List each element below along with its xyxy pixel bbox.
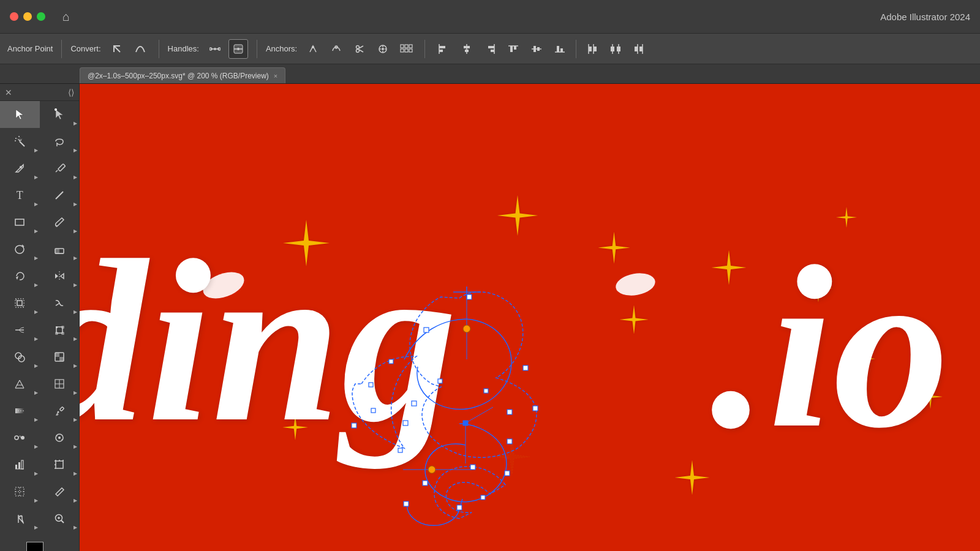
line-tool[interactable]: ▶ bbox=[40, 182, 80, 209]
width-tool[interactable]: ▶ bbox=[0, 317, 40, 343]
minimize-button[interactable] bbox=[23, 12, 32, 21]
zoom-tool[interactable]: ▶ bbox=[40, 505, 80, 532]
anchors-scissors-button[interactable] bbox=[350, 39, 369, 59]
panel-close-icon[interactable]: ✕ bbox=[5, 88, 12, 97]
anchors-wheel-button[interactable] bbox=[373, 39, 393, 59]
align-right-edge-button[interactable] bbox=[480, 39, 500, 59]
canvas-area[interactable]: ding .io bbox=[80, 84, 980, 551]
anchors-smooth-button[interactable] bbox=[326, 39, 346, 59]
select-tool[interactable] bbox=[0, 101, 40, 128]
warp-tool[interactable]: ▶ bbox=[40, 290, 80, 317]
handles-keep-button[interactable] bbox=[228, 39, 248, 59]
tool-arrow-eyedropper: ▶ bbox=[74, 417, 77, 422]
tool-row-9: ▶ ▶ bbox=[0, 317, 79, 343]
artboard-tool[interactable]: ▶ bbox=[40, 451, 80, 478]
svg-line-76 bbox=[20, 141, 24, 146]
distribute-center-button[interactable] bbox=[606, 39, 625, 59]
symbol-tool[interactable]: ▶ bbox=[40, 424, 80, 451]
svg-rect-48 bbox=[594, 47, 597, 51]
eraser-tool[interactable]: ▶ bbox=[40, 236, 80, 263]
svg-rect-21 bbox=[401, 45, 404, 48]
rectangle-tool[interactable]: ▶ bbox=[0, 209, 40, 236]
magic-wand-tool[interactable]: ▶ bbox=[0, 128, 40, 155]
shape-builder-tool[interactable]: ▶ bbox=[0, 343, 40, 370]
ruler-tool[interactable]: ▶ bbox=[40, 478, 80, 505]
blend-tool[interactable]: ▶ bbox=[0, 424, 40, 451]
align-bottom-edge-button[interactable] bbox=[550, 39, 570, 59]
convert-smooth-button[interactable] bbox=[130, 39, 150, 59]
svg-point-176 bbox=[463, 325, 470, 332]
options-toolbar: Anchor Point Convert: Handles: bbox=[0, 34, 980, 64]
svg-line-140 bbox=[59, 490, 60, 491]
direct-select-tool[interactable]: ▶ bbox=[40, 101, 80, 128]
scale-tool[interactable]: ▶ bbox=[0, 290, 40, 317]
perspective-grid-tool[interactable]: ▶ bbox=[0, 370, 40, 397]
handles-auto-button[interactable] bbox=[205, 39, 225, 59]
tool-arrow-brush: ▶ bbox=[74, 228, 77, 234]
panel-collapse-icon[interactable]: ⟨⟩ bbox=[68, 88, 74, 97]
text-ding: ding bbox=[80, 225, 458, 457]
stroke-swatch[interactable] bbox=[26, 542, 43, 551]
svg-point-119 bbox=[15, 436, 18, 440]
blob-brush-tool[interactable]: ▶ bbox=[0, 236, 40, 263]
svg-marker-74 bbox=[56, 110, 63, 119]
rectangle-tool-icon bbox=[13, 216, 26, 228]
line-tool-icon bbox=[53, 189, 66, 201]
tool-arrow-blend: ▶ bbox=[34, 444, 38, 449]
tool-arrow-symbol: ▶ bbox=[74, 444, 77, 449]
align-section bbox=[434, 39, 649, 59]
tool-row-8: ▶ ▶ bbox=[0, 290, 79, 317]
traffic-lights bbox=[10, 12, 45, 21]
free-transform-icon bbox=[53, 324, 66, 336]
free-transform-tool[interactable]: ▶ bbox=[40, 317, 80, 343]
maximize-button[interactable] bbox=[37, 12, 45, 21]
svg-point-123 bbox=[56, 435, 58, 437]
svg-rect-136 bbox=[15, 487, 24, 496]
slice-tool[interactable]: ▶ bbox=[0, 478, 40, 505]
reflect-tool[interactable]: ▶ bbox=[40, 263, 80, 290]
svg-marker-148 bbox=[598, 231, 630, 263]
mesh-tool[interactable]: ▶ bbox=[40, 370, 80, 397]
tab-close-button[interactable]: × bbox=[274, 72, 277, 80]
distribute-left-button[interactable] bbox=[582, 39, 602, 59]
column-graph-tool[interactable]: ▶ bbox=[0, 451, 40, 478]
pen-tool-icon bbox=[13, 162, 26, 174]
paintbrush-tool[interactable]: ▶ bbox=[40, 209, 80, 236]
gradient-tool[interactable]: ▶ bbox=[0, 397, 40, 424]
anchors-grid-button[interactable] bbox=[396, 39, 416, 59]
tool-arrow-width: ▶ bbox=[34, 336, 38, 342]
pencil-tool[interactable]: ▶ bbox=[40, 155, 80, 182]
symbol-icon bbox=[53, 432, 66, 444]
anchors-pen-button[interactable] bbox=[303, 39, 323, 59]
tool-row-6: ▶ ▶ bbox=[0, 236, 79, 263]
handles-section bbox=[205, 39, 248, 59]
align-h-center-button[interactable] bbox=[457, 39, 477, 59]
tool-row-3: ▶ ▶ bbox=[0, 155, 79, 182]
tool-arrow-rect: ▶ bbox=[34, 228, 38, 234]
document-tab[interactable]: @2x–1.0s–500px–250px.svg* @ 200 % (RGB/P… bbox=[80, 67, 285, 83]
svg-point-124 bbox=[61, 439, 62, 440]
hand-tool[interactable]: ▶ bbox=[0, 505, 40, 532]
svg-rect-25 bbox=[405, 49, 408, 52]
color-swatch-area[interactable] bbox=[26, 542, 53, 551]
align-left-edge-button[interactable] bbox=[434, 39, 453, 59]
convert-corner-button[interactable] bbox=[107, 39, 127, 59]
home-icon[interactable]: ⌂ bbox=[58, 8, 75, 25]
svg-rect-50 bbox=[611, 47, 614, 51]
svg-line-84 bbox=[56, 192, 63, 199]
eyedropper-tool[interactable]: ▶ bbox=[40, 397, 80, 424]
svg-rect-127 bbox=[21, 460, 23, 469]
align-v-center-button[interactable] bbox=[527, 39, 546, 59]
svg-rect-115 bbox=[15, 408, 24, 413]
close-button[interactable] bbox=[10, 12, 18, 21]
align-top-edge-button[interactable] bbox=[503, 39, 523, 59]
pen-tool[interactable]: ▶ bbox=[0, 155, 40, 182]
lasso-tool[interactable]: ▶ bbox=[40, 128, 80, 155]
tool-row-16: ▶ ▶ bbox=[0, 505, 79, 532]
type-tool[interactable]: T ▶ bbox=[0, 182, 40, 209]
anchors-grid-icon bbox=[399, 43, 413, 54]
rotate-tool[interactable]: ▶ bbox=[0, 263, 40, 290]
distribute-right-button[interactable] bbox=[629, 39, 649, 59]
live-paint-tool[interactable]: ▶ bbox=[40, 343, 80, 370]
svg-rect-126 bbox=[18, 462, 20, 469]
